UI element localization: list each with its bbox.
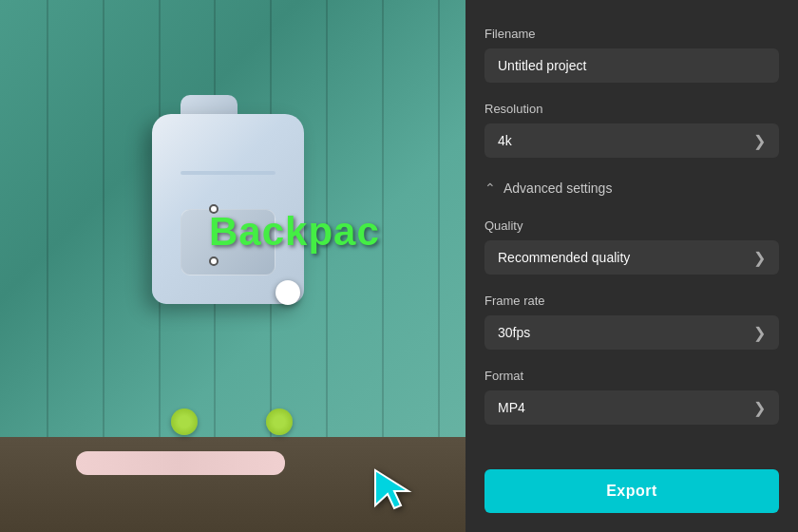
svg-marker-0 <box>375 470 408 508</box>
framerate-select-wrapper: 24fps 30fps 60fps ❯ <box>484 315 779 350</box>
advanced-chevron-icon: ⌃ <box>484 180 496 196</box>
filename-label: Filename <box>484 27 779 41</box>
advanced-settings-label: Advanced settings <box>504 180 612 196</box>
backpack-label: Backpac <box>209 209 380 255</box>
quality-label: Quality <box>484 218 779 233</box>
format-label: Format <box>484 369 779 383</box>
export-button[interactable]: Export <box>484 469 779 513</box>
skateboard <box>76 451 285 475</box>
format-group: Format MP4 MOV AVI GIF ❯ <box>484 369 779 425</box>
wheel-right <box>266 408 293 435</box>
quality-select[interactable]: Low quality Recommended quality High qua… <box>484 240 779 275</box>
selection-handle-bottom <box>209 256 218 266</box>
selection-handle-circle <box>276 280 300 305</box>
preview-area: Backpac <box>0 0 466 532</box>
export-panel: Filename Resolution 720p 1080p 4k 8k ❯ ⌃… <box>466 0 798 532</box>
format-select[interactable]: MP4 MOV AVI GIF <box>484 390 779 425</box>
preview-background: Backpac <box>0 0 466 532</box>
quality-group: Quality Low quality Recommended quality … <box>484 218 779 275</box>
resolution-select-wrapper: 720p 1080p 4k 8k ❯ <box>484 124 779 158</box>
framerate-label: Frame rate <box>484 294 779 308</box>
advanced-settings-toggle[interactable]: ⌃ Advanced settings <box>484 177 779 200</box>
cursor-icon <box>370 466 413 513</box>
resolution-group: Resolution 720p 1080p 4k 8k ❯ <box>484 102 779 158</box>
panel-content: Filename Resolution 720p 1080p 4k 8k ❯ ⌃… <box>466 0 798 454</box>
resolution-label: Resolution <box>484 102 779 116</box>
export-btn-container: Export <box>466 454 798 532</box>
framerate-group: Frame rate 24fps 30fps 60fps ❯ <box>484 294 779 350</box>
resolution-select[interactable]: 720p 1080p 4k 8k <box>484 124 779 158</box>
wheel-left <box>171 408 198 435</box>
quality-select-wrapper: Low quality Recommended quality High qua… <box>484 240 779 275</box>
framerate-select[interactable]: 24fps 30fps 60fps <box>484 315 779 350</box>
format-select-wrapper: MP4 MOV AVI GIF ❯ <box>484 390 779 425</box>
filename-input[interactable] <box>484 48 779 83</box>
selection-handle-top <box>209 204 218 214</box>
filename-group: Filename <box>484 27 779 83</box>
backpack-detail <box>180 171 276 175</box>
